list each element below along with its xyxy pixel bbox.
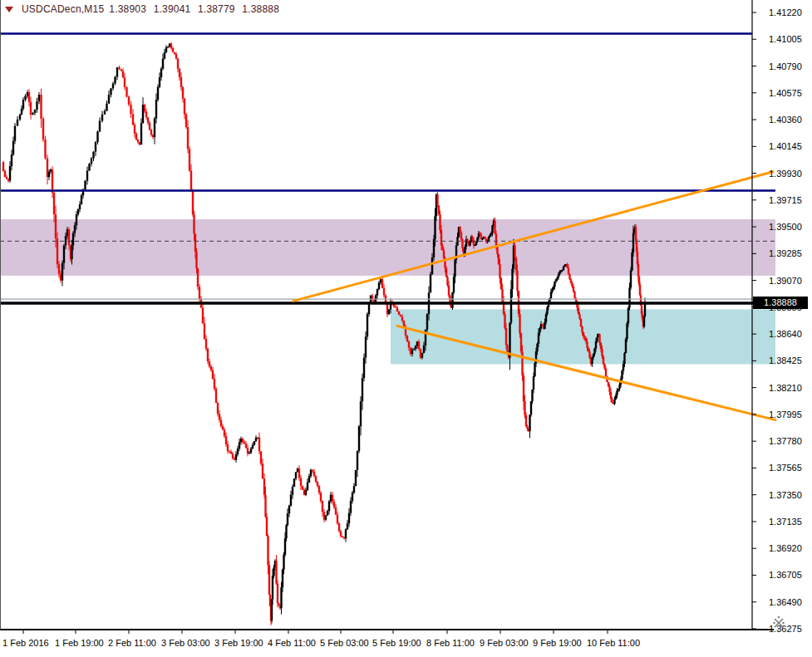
x-axis-label: 1 Feb 2016 (2, 638, 49, 648)
y-axis-label: 1.36490 (769, 597, 802, 607)
ohlc-open: 1.38903 (109, 3, 146, 15)
x-axis-label: 9 Feb 19:00 (533, 638, 582, 648)
x-axis-label: 8 Feb 11:00 (426, 638, 475, 648)
y-axis-label: 1.37780 (769, 436, 802, 446)
ohlc-close: 1.38888 (242, 3, 279, 15)
y-axis-label: 1.39070 (769, 276, 802, 286)
y-axis-label: 1.40790 (769, 61, 802, 71)
x-axis-label: 4 Feb 11:00 (268, 638, 316, 648)
y-axis-label: 1.40575 (769, 88, 802, 98)
chart-title-symbol: USDCADecn,M15 (22, 3, 104, 15)
y-axis-label: 1.41005 (769, 34, 802, 44)
y-axis-label: 1.39930 (769, 169, 802, 179)
chart-header: USDCADecn,M15 1.38903 1.39041 1.38779 1.… (5, 3, 283, 15)
y-axis-label: 1.38425 (769, 355, 802, 365)
y-axis-label: 1.36705 (769, 570, 802, 580)
symbol-dropdown-icon[interactable] (5, 7, 13, 12)
y-axis-label: 1.40360 (769, 115, 802, 125)
x-axis-label: 9 Feb 03:00 (480, 638, 529, 648)
y-axis-label: 1.36920 (769, 543, 802, 553)
y-axis-label: 1.39715 (769, 195, 802, 205)
chart-window: 1.412201.410051.407901.405751.403601.401… (0, 0, 812, 657)
y-axis-label: 1.37350 (769, 490, 802, 500)
y-axis-label: 1.39500 (769, 222, 802, 232)
x-axis-label: 3 Feb 03:00 (161, 638, 210, 648)
resistance-zone[interactable] (0, 219, 775, 276)
x-axis-label: 5 Feb 03:00 (320, 638, 369, 648)
x-axis-label: 1 Feb 19:00 (55, 638, 104, 648)
y-axis-label: 1.38210 (769, 383, 802, 393)
y-axis-label: 1.37995 (769, 409, 802, 419)
y-axis-label: 1.38640 (769, 329, 802, 339)
x-axis-label: 10 Feb 11:00 (587, 638, 640, 648)
y-axis-label: 1.41220 (769, 7, 802, 17)
current-price-tag: 1.38888 (753, 297, 808, 309)
ohlc-low: 1.38779 (198, 3, 235, 15)
y-axis-label: 1.37135 (769, 517, 802, 527)
x-axis-label: 3 Feb 19:00 (214, 638, 263, 648)
x-axis-label: 2 Feb 11:00 (108, 638, 156, 648)
x-axis-label: 5 Feb 19:00 (372, 638, 421, 648)
ohlc-high: 1.39041 (154, 3, 191, 15)
y-axis-label: 1.39285 (769, 248, 802, 258)
y-axis-label: 1.37565 (769, 463, 802, 473)
price-chart[interactable]: 1.412201.410051.407901.405751.403601.401… (0, 0, 812, 657)
y-axis-label: 1.40145 (769, 141, 802, 151)
chart-ohlc: 1.38903 1.39041 1.38779 1.38888 (109, 3, 283, 15)
cursor-icon (772, 615, 787, 631)
